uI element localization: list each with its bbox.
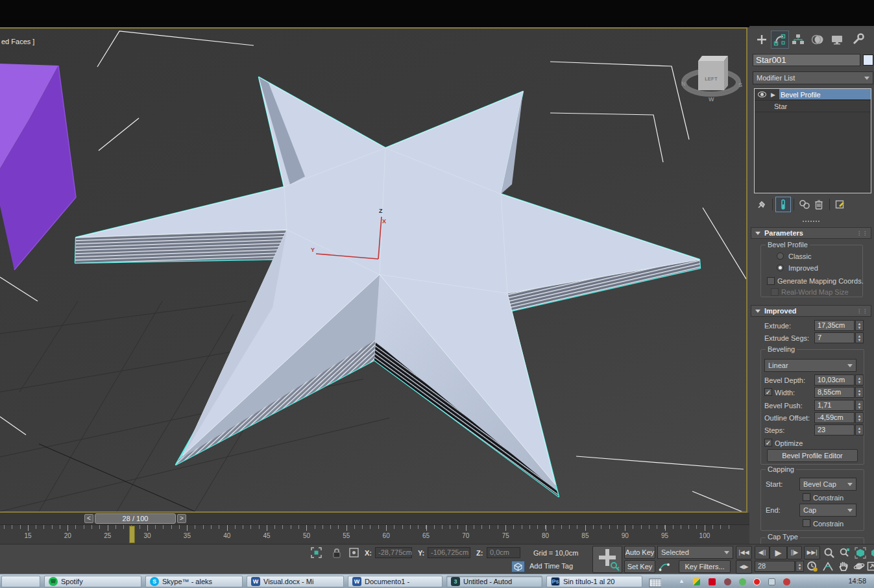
zoom-extents-icon[interactable] bbox=[854, 546, 866, 559]
zoom-icon[interactable] bbox=[823, 546, 835, 559]
gdrive-tray-icon[interactable] bbox=[693, 578, 700, 585]
viewcube[interactable]: LEFT N S W bbox=[681, 56, 742, 103]
width-checkbox[interactable]: ✓ bbox=[764, 388, 772, 396]
steps-spinner[interactable]: ▲▼ bbox=[855, 424, 864, 435]
improved-rollout-header[interactable]: Improved ⋮⋮ bbox=[751, 305, 871, 317]
create-tab[interactable] bbox=[753, 31, 770, 48]
modifier-stack[interactable]: ▶ Bevel Profile Star bbox=[754, 88, 871, 193]
optimize-checkbox[interactable]: ✓ bbox=[764, 439, 772, 447]
taskbar-item-spotify[interactable]: Spotify bbox=[44, 576, 141, 587]
maximize-viewport-toggle-icon[interactable] bbox=[866, 560, 874, 572]
bevel-depth-spinner[interactable]: ▲▼ bbox=[855, 374, 864, 386]
viewport-canvas[interactable]: Z X Y LEFT N S W bbox=[0, 29, 746, 511]
avira-tray-icon[interactable] bbox=[753, 578, 760, 585]
bevel-profile-editor-button[interactable]: Bevel Profile Editor bbox=[767, 449, 858, 462]
next-frame-playback-button[interactable]: ||▶ bbox=[787, 546, 802, 559]
star-object-selected[interactable] bbox=[75, 77, 700, 496]
tray-icon-green[interactable] bbox=[739, 578, 746, 585]
constrain-end-checkbox[interactable] bbox=[803, 519, 810, 527]
z-coordinate-field[interactable]: 0,0cm bbox=[487, 547, 520, 558]
pan-hand-icon[interactable] bbox=[837, 560, 849, 572]
show-end-result-icon[interactable] bbox=[776, 197, 790, 212]
extrude-segs-field[interactable]: 7 bbox=[814, 332, 855, 343]
add-time-tag-label[interactable]: Add Time Tag bbox=[529, 562, 573, 570]
volume-tray-icon[interactable] bbox=[783, 578, 790, 585]
time-slider[interactable]: 28 / 100 bbox=[95, 513, 176, 524]
capping-end-dropdown[interactable]: Cap bbox=[799, 504, 856, 517]
remove-modifier-trash-icon[interactable] bbox=[812, 197, 826, 212]
bevel-push-field[interactable]: 1,71 bbox=[814, 400, 855, 411]
key-filters-button[interactable]: Key Filters... bbox=[679, 560, 731, 573]
pin-stack-icon[interactable] bbox=[755, 197, 769, 212]
tray-icon-maroon[interactable] bbox=[724, 578, 731, 585]
display-tab[interactable] bbox=[829, 31, 845, 48]
set-key-button[interactable]: Set Key bbox=[624, 560, 655, 573]
panel-splitter[interactable] bbox=[749, 219, 874, 224]
generate-mapping-checkbox[interactable] bbox=[767, 277, 775, 285]
perspective-viewport[interactable]: Z X Y LEFT N S W ed Faces ] bbox=[0, 27, 747, 513]
zoom-all-icon[interactable] bbox=[838, 546, 851, 559]
make-unique-icon[interactable] bbox=[797, 197, 812, 212]
orbit-icon[interactable] bbox=[853, 560, 865, 572]
purple-box-object[interactable] bbox=[0, 64, 76, 270]
outline-offset-field[interactable]: -4,59cm bbox=[814, 412, 855, 423]
current-frame-field[interactable]: 28 bbox=[755, 561, 795, 572]
width-field[interactable]: 8,55cm bbox=[814, 387, 855, 398]
taskbar-item-unknown[interactable] bbox=[1, 576, 40, 587]
capping-start-dropdown[interactable]: Bevel Cap bbox=[799, 478, 856, 491]
motion-tab[interactable] bbox=[809, 31, 826, 48]
play-button[interactable]: ▶ bbox=[770, 546, 787, 559]
modifier-stack-row-star[interactable]: Star bbox=[755, 101, 871, 112]
previous-frame-playback-button[interactable]: ◀|| bbox=[755, 546, 770, 559]
x-coordinate-field[interactable]: -28,775cm bbox=[375, 547, 412, 558]
track-bar[interactable]: 1520253035404550556065707580859095100 bbox=[0, 524, 749, 544]
taskbar-item-3dsmax[interactable]: 3 Untitled - Autod bbox=[446, 576, 542, 587]
extrude-spinner[interactable]: ▲▼ bbox=[855, 320, 864, 331]
taskbar-item-photoshop[interactable]: Ps Sin título-1 al 20 bbox=[546, 576, 642, 587]
isolate-selection-icon[interactable] bbox=[310, 546, 322, 559]
utilities-tab[interactable] bbox=[849, 31, 866, 48]
taskbar-item-word-visual[interactable]: W Visual.docx - Mi bbox=[247, 576, 344, 587]
parameters-rollout-header[interactable]: Parameters ⋮⋮ bbox=[751, 227, 871, 239]
bevel-type-dropdown[interactable]: Linear bbox=[764, 359, 856, 372]
absolute-offset-toggle-icon[interactable] bbox=[348, 546, 360, 559]
viewport-shading-label[interactable]: ed Faces ] bbox=[1, 38, 34, 45]
hierarchy-tab[interactable] bbox=[790, 31, 807, 48]
frame-spinner[interactable]: ▲▼ bbox=[795, 561, 804, 572]
taskbar-item-word-documento1[interactable]: W Documento1 - bbox=[348, 576, 443, 587]
keyboard-layout-tray-icon[interactable] bbox=[649, 576, 661, 588]
tray-icon-monitor[interactable] bbox=[768, 578, 775, 585]
modifier-visibility-eye-icon[interactable] bbox=[758, 92, 766, 97]
selection-lock-icon[interactable] bbox=[330, 546, 343, 559]
width-spinner[interactable]: ▲▼ bbox=[855, 387, 864, 398]
key-mode-icon[interactable] bbox=[658, 560, 670, 572]
go-to-start-button[interactable]: |◀◀ bbox=[736, 546, 752, 559]
object-color-swatch[interactable] bbox=[863, 55, 873, 66]
add-time-tag-icon[interactable] bbox=[511, 561, 525, 572]
show-hidden-icons-arrow[interactable]: ▲ bbox=[679, 578, 685, 584]
timeline-playhead[interactable] bbox=[129, 526, 135, 543]
set-keys-button[interactable] bbox=[592, 546, 622, 573]
modify-tab[interactable] bbox=[771, 31, 788, 48]
y-coordinate-field[interactable]: -106,725cm bbox=[428, 547, 470, 558]
modifier-stack-row-bevel-profile[interactable]: ▶ Bevel Profile bbox=[755, 89, 871, 101]
field-of-view-icon[interactable] bbox=[821, 560, 834, 572]
constrain-start-checkbox[interactable] bbox=[803, 493, 810, 501]
object-name-field[interactable] bbox=[753, 54, 860, 66]
next-frame-button[interactable]: > bbox=[177, 514, 186, 523]
steps-field[interactable]: 23 bbox=[814, 424, 855, 435]
previous-frame-button[interactable]: < bbox=[84, 514, 93, 523]
expand-arrow-icon[interactable]: ▶ bbox=[771, 92, 775, 98]
extrude-segs-spinner[interactable]: ▲▼ bbox=[855, 332, 864, 343]
bevel-depth-field[interactable]: 10,03cm bbox=[814, 374, 855, 386]
zoom-extents-all-icon[interactable] bbox=[868, 546, 874, 559]
auto-key-button[interactable]: Auto Key bbox=[624, 546, 655, 559]
taskbar-item-skype[interactable]: S Skype™ - aleks bbox=[145, 576, 243, 587]
classic-radio[interactable] bbox=[777, 252, 784, 260]
time-configuration-icon[interactable] bbox=[806, 560, 818, 572]
modifier-list-dropdown[interactable]: Modifier List bbox=[753, 71, 873, 84]
adobe-tray-icon[interactable] bbox=[709, 578, 716, 585]
configure-modifier-sets-icon[interactable] bbox=[833, 197, 847, 212]
selection-set-dropdown[interactable]: Selected bbox=[657, 546, 733, 559]
improved-radio[interactable] bbox=[777, 264, 784, 271]
